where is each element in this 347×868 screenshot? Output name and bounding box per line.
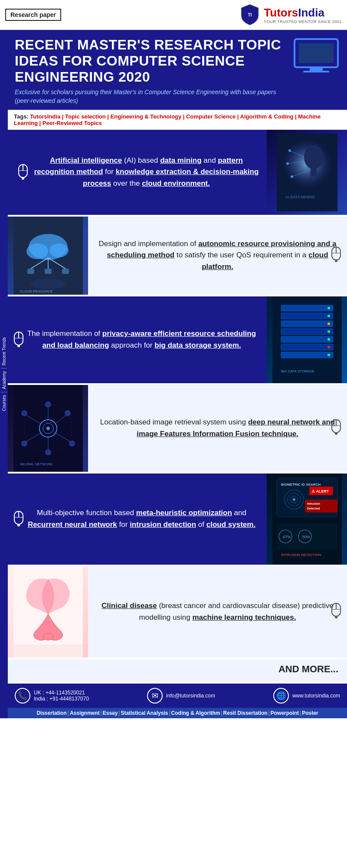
svg-point-35 (335, 260, 337, 262)
logo-text-block: TutorsIndia YOUR TRUSTED MENTOR SINCE 20… (264, 6, 342, 24)
logo-area: TI TutorsIndia YOUR TRUSTED MENTOR SINCE… (239, 3, 342, 26)
svg-point-54 (327, 354, 330, 356)
footer-link-poster[interactable]: Poster (302, 710, 318, 716)
footer-link-coding[interactable]: Coding & Algorithm (171, 710, 220, 716)
svg-point-71 (21, 410, 27, 416)
svg-text:67%: 67% (283, 535, 291, 539)
title-text-block: RECENT MASTER'S RESEARCH TOPIC IDEAS FOR… (15, 37, 285, 105)
topic-card-5: Multi-objective function based meta-heur… (8, 473, 347, 566)
svg-rect-3 (310, 67, 323, 71)
svg-point-8 (22, 177, 24, 180)
svg-text:AI DATA MINING: AI DATA MINING (285, 195, 315, 199)
page-wrapper: Research paper TI TutorsIndia YOUR TRUST… (0, 0, 347, 718)
footer-link-essay[interactable]: Essay (103, 710, 118, 716)
svg-text:Intrusion: Intrusion (307, 502, 320, 505)
svg-rect-12 (311, 168, 317, 177)
main-content: RECENT MASTER'S RESEARCH TOPIC IDEAS FOR… (8, 30, 347, 718)
topic-1-content: Artificial intelligence (AI) based data … (8, 130, 267, 215)
svg-point-49 (327, 315, 330, 317)
footer-email-text: info@tutorsindia.com (166, 693, 215, 699)
subtitle: Exclusive for scholars pursuing their Ma… (15, 88, 285, 105)
svg-point-16 (288, 149, 291, 152)
svg-point-11 (304, 145, 323, 169)
footer-links: Dissertation | Assignment | Essay | Stat… (8, 708, 347, 718)
shield-icon: TI (239, 3, 260, 26)
footer-link-statistical[interactable]: Statistical Analysis (121, 710, 168, 716)
svg-point-23 (49, 243, 69, 257)
mouse-icon-1 (16, 164, 29, 181)
svg-rect-41 (281, 305, 333, 311)
topic-5-content: Multi-objective function based meta-heur… (8, 473, 267, 565)
svg-text:BIOMETRIC ID SEARCH: BIOMETRIC ID SEARCH (281, 483, 321, 487)
svg-text:TI: TI (248, 13, 252, 17)
topic-6-content: Clinical disease (breast cancer and card… (88, 566, 347, 658)
side-tab-courses[interactable]: Courses (1, 392, 7, 414)
footer-link-resit[interactable]: Resit Dissertation (223, 710, 268, 716)
footer-link-dissertation[interactable]: Dissertation (36, 710, 66, 716)
topic-card-3: The implementation of privacy-aware effi… (8, 296, 347, 385)
svg-text:INTRUSION DETECTION: INTRUSION DETECTION (281, 553, 321, 557)
svg-point-48 (327, 307, 330, 309)
svg-text:CLOUD RESOURCE: CLOUD RESOURCE (20, 289, 53, 293)
mouse-icon-2 (330, 246, 343, 265)
svg-rect-47 (281, 352, 333, 358)
svg-point-52 (327, 338, 330, 341)
header: Research paper TI TutorsIndia YOUR TRUST… (0, 0, 347, 30)
footer-contact: 📞 UK : +44-1143520021 India : +91-444813… (8, 684, 347, 708)
svg-point-68 (69, 441, 75, 447)
side-tab-recent-trends[interactable]: Recent Trends (1, 335, 7, 368)
svg-point-59 (46, 427, 50, 430)
topic-3-content: The implementation of privacy-aware effi… (8, 296, 267, 383)
svg-rect-43 (281, 321, 333, 327)
footer-website-url: www.tutorsindia.com (292, 693, 340, 699)
svg-point-17 (286, 162, 289, 165)
svg-point-50 (327, 322, 330, 325)
svg-point-67 (65, 410, 71, 416)
topic-card-6: Clinical disease (breast cancer and card… (8, 566, 347, 659)
svg-rect-28 (45, 269, 52, 274)
content-with-sidetab: Recent Trends Academy Courses RECENT MAS… (0, 30, 347, 718)
svg-rect-29 (62, 269, 69, 274)
svg-point-22 (26, 243, 48, 259)
logo-tagline: YOUR TRUSTED MENTOR SINCE 2001 (264, 20, 342, 24)
mouse-icon-4 (330, 419, 343, 438)
topic-1-text: Artificial intelligence (AI) based data … (33, 155, 260, 189)
svg-point-18 (291, 175, 293, 178)
svg-text:50%: 50% (302, 535, 310, 539)
mouse-icon-6 (330, 602, 343, 621)
svg-rect-2 (299, 43, 334, 63)
mouse-icon-3 (12, 331, 25, 349)
footer-phone-text: UK : +44-1143520021 India : +91-44481370… (34, 690, 89, 702)
research-paper-badge: Research paper (5, 9, 61, 21)
footer-phone: 📞 UK : +44-1143520021 India : +91-444813… (15, 688, 89, 704)
footer-website: 🌐 www.tutorsindia.com (273, 688, 340, 704)
svg-rect-4 (303, 71, 329, 72)
main-title: RECENT MASTER'S RESEARCH TOPIC IDEAS FOR… (15, 37, 285, 85)
mouse-icon-5 (12, 510, 25, 528)
svg-rect-45 (281, 336, 333, 342)
footer-email: ✉ info@tutorsindia.com (147, 688, 215, 704)
footer-email-address: info@tutorsindia.com (166, 693, 215, 699)
tags-label: Tags: (14, 113, 30, 120)
svg-point-30 (31, 279, 65, 289)
svg-point-51 (327, 330, 330, 333)
topic-5-image: BIOMETRIC ID SEARCH ⚠ ALERT Intrusion De… (267, 473, 347, 565)
footer-link-powerpoint[interactable]: Powerpoint (271, 710, 299, 716)
svg-rect-46 (281, 344, 333, 350)
globe-icon: 🌐 (273, 688, 289, 704)
side-tab-academy[interactable]: Academy (1, 368, 7, 392)
svg-rect-102 (13, 644, 83, 658)
topic-6-image (8, 566, 88, 658)
svg-point-106 (335, 616, 337, 618)
monitor-icon (292, 37, 340, 78)
svg-point-53 (327, 346, 330, 349)
svg-rect-42 (281, 313, 333, 319)
svg-text:NEURAL NETWORK: NEURAL NETWORK (20, 462, 53, 466)
footer-link-assignment[interactable]: Assignment (70, 710, 100, 716)
footer-india-phone: India : +91-4448137070 (34, 696, 89, 702)
phone-icon: 📞 (15, 688, 30, 704)
svg-point-88 (293, 498, 295, 501)
logo-brand: TutorsIndia (264, 6, 324, 20)
topic-1-image: AI DATA MINING (267, 130, 347, 215)
svg-point-101 (43, 633, 53, 640)
